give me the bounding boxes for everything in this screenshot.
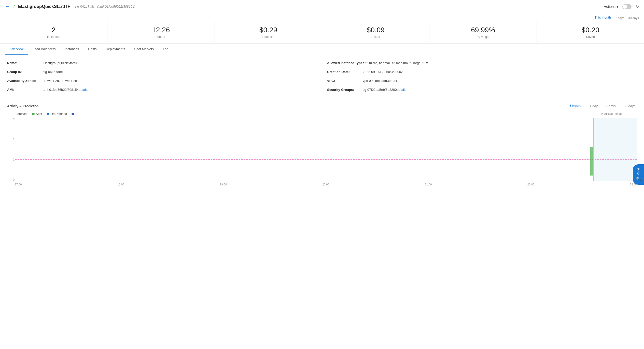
chart-legend: Forecast Spot On Demand RI bbox=[7, 112, 637, 116]
details-link[interactable]: details bbox=[79, 88, 88, 92]
time-filter-this-month[interactable]: This month bbox=[595, 16, 611, 20]
stat-value: 69.99% bbox=[432, 26, 534, 34]
chart-time-opt-7-days[interactable]: 7 days bbox=[604, 103, 617, 109]
legend-label: Forecast bbox=[16, 112, 27, 116]
tab-load-balancers[interactable]: Load Balancers bbox=[28, 43, 60, 55]
chart-area-wrapper: Predicted Period 3 2 1 0 bbox=[7, 118, 637, 181]
refresh-button[interactable]: ↻ bbox=[636, 4, 639, 9]
grid-line-0 bbox=[15, 181, 637, 181]
chart-title: Activity & Prediction bbox=[7, 104, 39, 108]
stat-item-hours: 12.26 Hours bbox=[107, 21, 215, 43]
time-filter-30days[interactable]: 30 days bbox=[628, 16, 639, 20]
legend-item-on demand: On Demand bbox=[47, 112, 67, 116]
y-label-3: 3 bbox=[7, 118, 15, 121]
info-value: sig-041d7a8c bbox=[43, 70, 63, 74]
overview-right: Allowed Instance Types:t2.micro, t2.smal… bbox=[327, 61, 637, 97]
chevron-down-icon: ▾ bbox=[617, 5, 618, 9]
top-bar: ← ✓ ElastigroupQuickStartITF sig-041d7a8… bbox=[0, 0, 644, 13]
search-icon: 🔍 bbox=[636, 176, 641, 181]
y-label-0: 0 bbox=[7, 178, 15, 181]
overview-row: AMI:ami-01fee56b22f308154 details bbox=[7, 88, 317, 92]
info-label: Group ID: bbox=[7, 70, 43, 74]
stat-value: 2 bbox=[3, 26, 105, 34]
spot-bar bbox=[590, 147, 593, 176]
chat-widget[interactable]: Chat 🔍 bbox=[633, 164, 644, 185]
legend-item-spot: Spot bbox=[32, 112, 42, 116]
info-label: Security Groups: bbox=[327, 88, 363, 92]
toggle-switch[interactable] bbox=[622, 4, 632, 9]
info-label: VPC: bbox=[327, 79, 363, 83]
stat-label: Saved bbox=[539, 35, 641, 39]
legend-dot-icon bbox=[72, 113, 74, 115]
stat-value: $0.29 bbox=[217, 26, 319, 34]
stat-label: Actual bbox=[325, 35, 427, 39]
stat-item-instances: 2 Instances bbox=[0, 21, 107, 43]
info-label: AMI: bbox=[7, 88, 43, 92]
x-label: 18:00 bbox=[117, 183, 124, 186]
page-title: ElastigroupQuickStartITF bbox=[18, 4, 70, 9]
info-value: us-west-2a, us-west-2b bbox=[43, 79, 77, 83]
legend-item-ri: RI bbox=[72, 112, 78, 116]
overview-content: Name:ElastigroupQuickStartITFGroup ID:si… bbox=[0, 55, 644, 103]
overview-row: Security Groups:sg-07f22da5ebf6e8200 det… bbox=[327, 88, 637, 92]
y-axis: 3 2 1 0 bbox=[7, 118, 15, 181]
legend-dot-icon bbox=[47, 113, 49, 115]
sig-id: sig-041d7a8c bbox=[75, 5, 95, 8]
overview-left: Name:ElastigroupQuickStartITFGroup ID:si… bbox=[7, 61, 317, 97]
time-filter-7days[interactable]: 7 days bbox=[615, 16, 624, 20]
y-label-2: 2 bbox=[7, 138, 15, 141]
tab-instances[interactable]: Instances bbox=[60, 43, 84, 55]
overview-row: VPC:vpc-09c4ffc3ada3fbb34 bbox=[327, 79, 637, 83]
x-label: 19:00 bbox=[220, 183, 227, 186]
legend-dot-icon bbox=[32, 113, 35, 115]
stat-label: Potential bbox=[217, 35, 319, 39]
x-label: 21:00 bbox=[425, 183, 432, 186]
details-link[interactable]: details bbox=[397, 88, 407, 92]
info-label: Name: bbox=[7, 61, 43, 65]
chart-header: Activity & Prediction 6 hours1 day7 days… bbox=[7, 103, 637, 109]
info-value: ElastigroupQuickStartITF bbox=[43, 61, 80, 65]
chart-time-opt-6-hours[interactable]: 6 hours bbox=[568, 103, 583, 109]
predicted-period-label: Predicted Period bbox=[601, 112, 622, 115]
tab-overview[interactable]: Overview bbox=[5, 43, 28, 55]
info-value: sg-07f22da5ebf6e8200 bbox=[363, 88, 397, 92]
actions-button[interactable]: Actions ▾ bbox=[604, 5, 618, 9]
grid-line-3 bbox=[15, 118, 637, 118]
predicted-overlay bbox=[593, 118, 637, 181]
legend-label: RI bbox=[75, 112, 78, 116]
chart-container: 3 2 1 0 bbox=[15, 118, 637, 181]
toggle-knob bbox=[623, 5, 627, 9]
grid-line-2 bbox=[15, 139, 637, 139]
y-label-1: 1 bbox=[7, 158, 15, 161]
x-axis: 17:0018:0019:0020:0021:0022:0023:00 bbox=[7, 181, 637, 186]
legend-label: On Demand bbox=[50, 112, 67, 116]
overview-row: Allowed Instance Types:t2.micro, t2.smal… bbox=[327, 61, 637, 65]
overview-row: Group ID:sig-041d7a8c bbox=[7, 70, 317, 74]
stat-item-potential: $0.29 Potential bbox=[215, 21, 322, 43]
chat-widget-text: Chat bbox=[637, 168, 640, 175]
tab-deployments[interactable]: Deployments bbox=[101, 43, 130, 55]
back-button[interactable]: ← bbox=[5, 4, 10, 9]
time-filter-bar: This month 7 days 30 days bbox=[0, 13, 644, 21]
stat-item-saved: $0.20 Saved bbox=[537, 21, 644, 43]
x-label: 20:00 bbox=[322, 183, 329, 186]
tab-log[interactable]: Log bbox=[158, 43, 173, 55]
tab-costs[interactable]: Costs bbox=[83, 43, 101, 55]
info-value: t2.micro, t2.small, t2.medium, t2.large,… bbox=[366, 61, 431, 65]
chart-time-opt-1-day[interactable]: 1 day bbox=[588, 103, 599, 109]
legend-item-forecast: Forecast bbox=[10, 112, 27, 116]
overview-row: Creation Date:2022-09-16T22:50:35.000Z bbox=[327, 70, 637, 74]
legend-label: Spot bbox=[36, 112, 42, 116]
x-label: 22:00 bbox=[527, 183, 535, 186]
stat-value: $0.09 bbox=[325, 26, 427, 34]
chart-time-opt-30-days[interactable]: 30 days bbox=[622, 103, 637, 109]
stat-label: Hours bbox=[110, 35, 212, 39]
tabs-bar: OverviewLoad BalancersInstancesCostsDepl… bbox=[0, 43, 644, 55]
info-label: Availability Zones: bbox=[7, 79, 43, 83]
stat-item-savings: 69.99% Savings bbox=[429, 21, 537, 43]
overview-row: Availability Zones:us-west-2a, us-west-2… bbox=[7, 79, 317, 83]
top-bar-left: ← ✓ ElastigroupQuickStartITF sig-041d7a8… bbox=[5, 4, 604, 9]
forecast-line bbox=[15, 159, 637, 160]
tab-spot-markets[interactable]: Spot Markets bbox=[130, 43, 158, 55]
overview-row: Name:ElastigroupQuickStartITF bbox=[7, 61, 317, 65]
